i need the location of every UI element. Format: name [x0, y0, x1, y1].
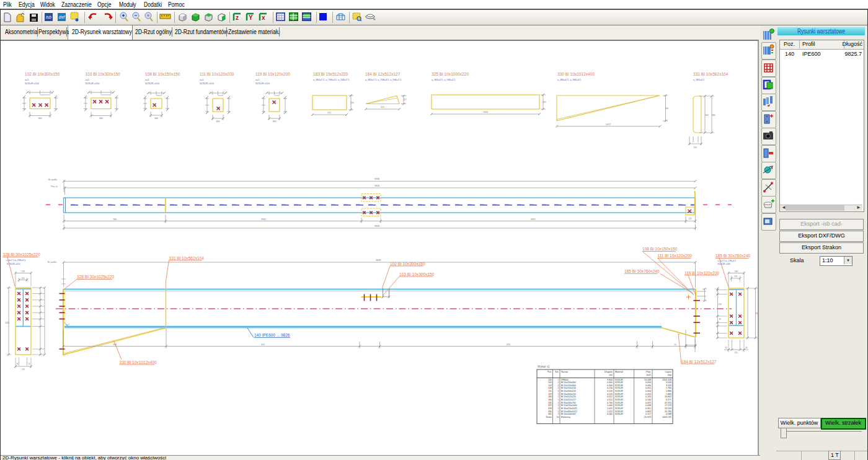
svg-text:0.150: 0.150: [607, 387, 613, 389]
svg-text:Bl 10x150x300: Bl 10x150x300: [561, 384, 576, 387]
svg-text:330: 330: [548, 410, 552, 413]
svg-text:184 Bl 12x512x127: 184 Bl 12x512x127: [681, 360, 717, 364]
svg-text:17.270: 17.270: [665, 404, 671, 407]
svg-text:S235JR: S235JR: [615, 404, 623, 407]
svg-text:0.512: 0.512: [607, 396, 613, 398]
svg-text:103 Bl 10x300x150: 103 Bl 10x300x150: [399, 272, 435, 276]
svg-text:512: 512: [381, 106, 384, 108]
svg-text:a_380=4.5: a_380=4.5: [693, 79, 704, 81]
svg-text:36: 36: [719, 318, 721, 321]
svg-text:60: 60: [745, 347, 748, 349]
svg-text:312: 312: [261, 343, 265, 346]
svg-text:400: 400: [665, 107, 669, 110]
svg-text:a_380=4.5, a_946=4.5: a_380=4.5, a_946=4.5: [557, 79, 581, 81]
svg-text:253: 253: [718, 303, 721, 306]
svg-text:1.766: 1.766: [666, 387, 671, 389]
svg-text:a=5: a=5: [255, 79, 259, 81]
svg-text:328 Bl 30x1025x220: 328 Bl 30x1025x220: [3, 252, 40, 257]
svg-text:1: 1: [558, 404, 559, 407]
svg-text:Bl 10x104x562: Bl 10x104x562: [561, 413, 576, 415]
svg-text:S235JR: S235JR: [615, 381, 623, 384]
svg-text:1.025: 1.025: [607, 407, 613, 410]
svg-text:z: z: [236, 14, 239, 21]
svg-text:a=5: a=5: [86, 79, 89, 81]
svg-text:Nr. profilu: Nr. profilu: [48, 179, 58, 181]
svg-text:Bl 10x150x150: Bl 10x150x150: [561, 387, 576, 389]
svg-text:119: 119: [548, 393, 552, 396]
svg-text:300: 300: [38, 117, 42, 120]
svg-text:1: 1: [558, 390, 559, 392]
svg-text:a_380=7.5, a_708=4.5, a_946=7.: a_380=7.5, a_708=4.5, a_946=7.5: [365, 79, 401, 81]
svg-text:0.300: 0.300: [607, 384, 613, 387]
svg-text:Poz. nr.: Poz. nr.: [51, 185, 58, 188]
svg-text:54: 54: [674, 343, 676, 346]
svg-text:120: 120: [734, 275, 737, 278]
svg-text:185 Bl 30x760x240: 185 Bl 30x760x240: [624, 269, 660, 273]
svg-text:a_380=7.5, a_708=4.5, a_946=7.: a_380=7.5, a_708=4.5, a_946=7.5: [313, 79, 349, 81]
svg-text:1: 1: [558, 407, 559, 410]
svg-text:300: 300: [154, 117, 158, 120]
svg-text:512: 512: [327, 112, 331, 114]
svg-text:300: 300: [99, 117, 103, 120]
svg-text:331 Bl 10x562x104: 331 Bl 10x562x104: [169, 256, 205, 260]
svg-text:331 Bl 10x562x104: 331 Bl 10x562x104: [693, 72, 728, 76]
svg-text:Wykaz x1: Wykaz x1: [538, 365, 550, 368]
svg-text:3.533: 3.533: [666, 384, 671, 387]
svg-text:104: 104: [693, 146, 697, 149]
svg-text:S235JR: S235JR: [615, 402, 623, 404]
svg-text:Bl 12x512x127: Bl 12x512x127: [561, 399, 576, 401]
svg-text:1: 1: [558, 387, 559, 389]
svg-text:k=7: k=7: [66, 324, 69, 326]
svg-text:1: 1: [558, 396, 559, 398]
svg-text:S235JR x120: S235JR x120: [255, 82, 270, 85]
svg-text:a_380=4.5, a_946=4.5: a_380=4.5, a_946=4.5: [432, 79, 455, 81]
svg-text:Bl 30x220x1025: Bl 30x220x1025: [561, 407, 577, 410]
svg-text:103 Bl 10x300x150: 103 Bl 10x300x150: [86, 72, 121, 76]
svg-text:Bl 10x200x120: Bl 10x200x120: [561, 390, 576, 392]
svg-text:(m): (m): [609, 374, 613, 376]
svg-text:0.760: 0.760: [607, 402, 613, 404]
svg-text:9828: 9828: [376, 259, 381, 262]
svg-text:108: 108: [548, 387, 552, 389]
svg-text:103: 103: [548, 384, 552, 387]
svg-text:Bl 30x240x760: Bl 30x240x760: [561, 402, 576, 404]
svg-text:0.120: 0.120: [607, 393, 613, 396]
svg-text:16.802: 16.802: [665, 396, 671, 398]
svg-text:183 Bl 19x512x220: 183 Bl 19x512x220: [313, 72, 348, 76]
svg-text:0.451: 0.451: [645, 407, 651, 410]
svg-text:1000: 1000: [483, 111, 488, 113]
svg-text:102 Bl 10x300x150: 102 Bl 10x300x150: [390, 262, 425, 266]
svg-text:0.051: 0.051: [645, 387, 651, 389]
svg-text:19.448: 19.448: [644, 379, 651, 381]
svg-text:Pow.: Pow.: [646, 371, 651, 373]
svg-text:330 Bl 10x1012x400: 330 Bl 10x1012x400: [120, 360, 157, 365]
svg-text:184 Bl 12x512x127: 184 Bl 12x512x127: [365, 72, 401, 76]
svg-text:1203.328: 1203.328: [662, 379, 671, 381]
svg-text:328 Bl 30x1025x220: 328 Bl 30x1025x220: [77, 275, 114, 279]
svg-text:31.780: 31.780: [665, 410, 671, 413]
svg-text:(kg): (kg): [668, 374, 671, 376]
svg-text:Elementy: Elementy: [561, 416, 570, 418]
svg-text:0.805: 0.805: [645, 410, 651, 413]
svg-text:S235JR: S235JR: [615, 399, 623, 401]
svg-text:0.512: 0.512: [607, 399, 613, 401]
svg-text:184: 184: [548, 399, 552, 401]
svg-text:55: 55: [16, 363, 19, 365]
svg-text:330 Bl 10x1012x400: 330 Bl 10x1012x400: [557, 72, 595, 76]
svg-text:Bl 19x512x220: Bl 19x512x220: [561, 396, 576, 398]
svg-text:108 Bl 10x150x150: 108 Bl 10x150x150: [642, 247, 678, 251]
svg-text:x: x: [262, 14, 265, 21]
svg-text:0.425: 0.425: [645, 402, 651, 404]
svg-text:Poz.: Poz.: [547, 371, 552, 373]
svg-text:185 Bl 30x760x240: 185 Bl 30x760x240: [715, 254, 751, 258]
svg-text:9.826: 9.826: [607, 379, 613, 381]
svg-text:111 Bl 10x120x200: 111 Bl 10x120x200: [658, 254, 693, 258]
svg-text:4.588: 4.588: [666, 413, 671, 415]
svg-text:Nazwa: Nazwa: [561, 371, 568, 373]
svg-text:0.054: 0.054: [645, 390, 651, 392]
svg-text:0.438: 0.438: [645, 404, 651, 407]
svg-text:Nr. profilu: Nr. profilu: [48, 261, 57, 263]
svg-text:164: 164: [113, 218, 117, 221]
svg-text:S235JR: S235JR: [615, 379, 623, 381]
svg-text:119 Bl 10x120x200: 119 Bl 10x120x200: [684, 271, 719, 275]
